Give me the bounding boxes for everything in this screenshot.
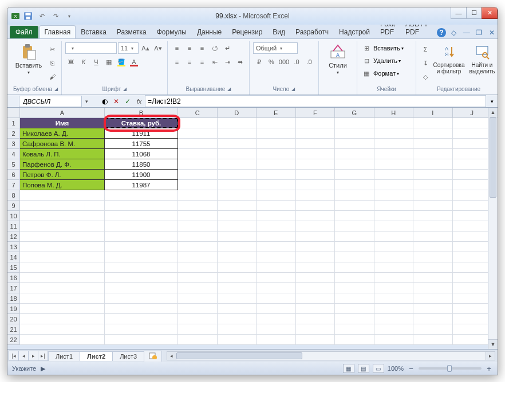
comma-icon[interactable]: 000 <box>278 56 290 68</box>
cell-C21[interactable] <box>178 324 218 335</box>
cell-B19[interactable] <box>105 304 178 314</box>
cell-D3[interactable] <box>218 139 257 149</box>
doc-close-icon[interactable]: ✕ <box>487 28 496 37</box>
cell-G3[interactable] <box>335 139 374 149</box>
cell-C5[interactable] <box>178 159 218 170</box>
cell-C22[interactable] <box>178 335 218 345</box>
cell-C10[interactable] <box>178 211 218 221</box>
cell-H3[interactable] <box>374 139 414 149</box>
cell-A14[interactable] <box>20 252 105 262</box>
cell-C15[interactable] <box>178 262 218 273</box>
cell-A5[interactable]: Парфенов Д. Ф. <box>20 159 105 170</box>
cell-C11[interactable] <box>178 221 218 231</box>
cell-I3[interactable] <box>413 139 453 149</box>
cell-I1[interactable] <box>413 118 453 128</box>
doc-minimize-icon[interactable]: — <box>462 28 471 37</box>
row-header-11[interactable]: 11 <box>7 221 20 231</box>
cell-I15[interactable] <box>413 262 453 273</box>
fill-color-button[interactable]: 🪣 <box>116 56 127 68</box>
cell-H5[interactable] <box>374 159 414 170</box>
cell-C19[interactable] <box>178 304 218 314</box>
cell-J9[interactable] <box>453 201 492 211</box>
cell-H12[interactable] <box>374 231 414 242</box>
cell-G8[interactable] <box>335 190 374 201</box>
cell-I14[interactable] <box>413 252 453 262</box>
cell-J22[interactable] <box>453 335 492 345</box>
row-header-4[interactable]: 4 <box>7 149 20 159</box>
cell-G5[interactable] <box>335 159 374 170</box>
cell-I9[interactable] <box>413 201 453 211</box>
cell-D21[interactable] <box>218 324 257 335</box>
cell-H22[interactable] <box>374 335 414 345</box>
cell-A11[interactable] <box>20 221 105 231</box>
cell-J8[interactable] <box>453 190 492 201</box>
cell-H19[interactable] <box>374 304 414 314</box>
cell-C16[interactable] <box>178 273 218 283</box>
cell-F20[interactable] <box>296 314 336 324</box>
cell-H20[interactable] <box>374 314 414 324</box>
cell-D6[interactable] <box>218 170 257 180</box>
row-header-19[interactable]: 19 <box>7 304 20 314</box>
cell-G6[interactable] <box>335 170 374 180</box>
cell-B7[interactable]: 11987 <box>105 180 178 190</box>
cell-E22[interactable] <box>257 335 296 345</box>
cell-B4[interactable]: 11068 <box>105 149 178 159</box>
align-bottom-icon[interactable]: ≡ <box>196 42 208 54</box>
cell-J4[interactable] <box>453 149 492 159</box>
cell-E12[interactable] <box>257 231 296 242</box>
col-header-D[interactable]: D <box>218 108 257 118</box>
cell-C4[interactable] <box>178 149 218 159</box>
row-header-16[interactable]: 16 <box>7 273 20 283</box>
tab-developer[interactable]: Разработч <box>290 25 334 38</box>
cell-H1[interactable] <box>374 118 414 128</box>
cut-icon[interactable]: ✂ <box>46 44 58 55</box>
clear-icon[interactable]: ◇ <box>420 71 431 83</box>
cell-F13[interactable] <box>296 242 336 252</box>
enter-formula-icon[interactable]: ✓ <box>122 95 133 107</box>
cell-D13[interactable] <box>218 242 257 252</box>
italic-button[interactable]: К <box>78 56 89 68</box>
cell-J19[interactable] <box>453 304 492 314</box>
wrap-text-icon[interactable]: ↵ <box>222 42 233 54</box>
cell-H13[interactable] <box>374 242 414 252</box>
merge-icon[interactable]: ⬌ <box>234 56 246 68</box>
cell-D7[interactable] <box>218 180 257 190</box>
cell-I4[interactable] <box>413 149 453 159</box>
cell-B1[interactable]: Ставка, руб. <box>105 118 178 128</box>
cell-B17[interactable] <box>105 283 178 293</box>
page-layout-view-icon[interactable]: ▤ <box>358 364 369 373</box>
align-center-icon[interactable]: ≡ <box>184 56 195 68</box>
row-header-14[interactable]: 14 <box>7 252 20 262</box>
cell-F19[interactable] <box>296 304 336 314</box>
format-painter-icon[interactable]: 🖌 <box>46 71 58 83</box>
cell-E3[interactable] <box>257 139 296 149</box>
cell-H10[interactable] <box>374 211 414 221</box>
close-button[interactable]: ✕ <box>482 7 498 19</box>
cell-F17[interactable] <box>296 283 336 293</box>
indent-inc-icon[interactable]: ⇥ <box>222 56 233 68</box>
qat-redo-icon[interactable]: ↷ <box>50 10 61 22</box>
percent-icon[interactable]: % <box>266 56 277 68</box>
cell-C1[interactable] <box>178 118 218 128</box>
cell-C7[interactable] <box>178 180 218 190</box>
cell-A8[interactable] <box>20 190 105 201</box>
cell-E1[interactable] <box>257 118 296 128</box>
cell-F15[interactable] <box>296 262 336 273</box>
cell-H15[interactable] <box>374 262 414 273</box>
cell-G15[interactable] <box>335 262 374 273</box>
cell-J12[interactable] <box>453 231 492 242</box>
col-header-G[interactable]: G <box>335 108 374 118</box>
cell-E2[interactable] <box>257 128 296 139</box>
row-header-9[interactable]: 9 <box>7 201 20 211</box>
cell-B12[interactable] <box>105 231 178 242</box>
scroll-left-icon[interactable]: ◂ <box>167 352 176 360</box>
cell-I21[interactable] <box>413 324 453 335</box>
cell-D9[interactable] <box>218 201 257 211</box>
file-tab[interactable]: Файл <box>10 26 38 38</box>
cell-G7[interactable] <box>335 180 374 190</box>
cell-A2[interactable]: Николаев А. Д. <box>20 128 105 139</box>
cell-J7[interactable] <box>453 180 492 190</box>
cell-D14[interactable] <box>218 252 257 262</box>
cell-A7[interactable]: Попова М. Д. <box>20 180 105 190</box>
cell-B13[interactable] <box>105 242 178 252</box>
